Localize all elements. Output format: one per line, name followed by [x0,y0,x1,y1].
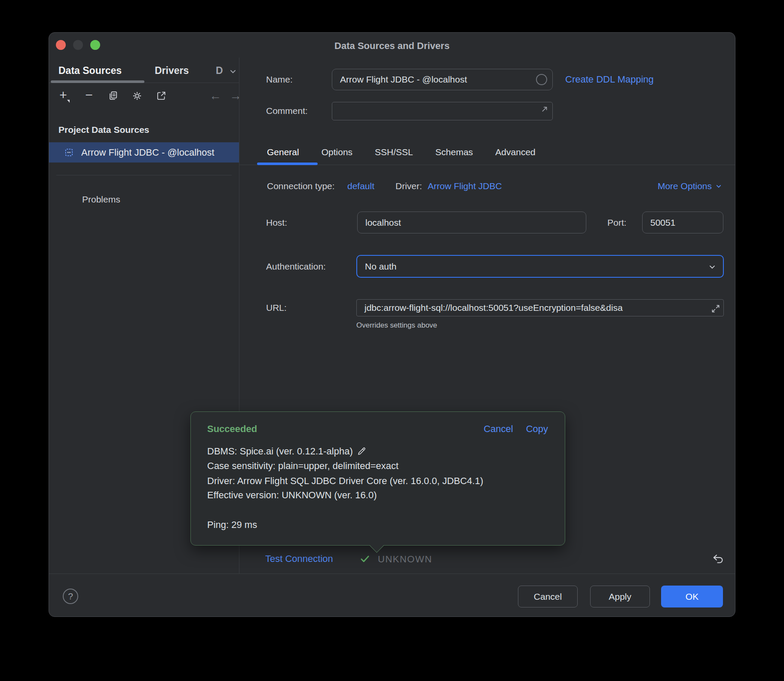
comment-label: Comment: [266,106,308,116]
url-field-value: jdbc:arrow-flight-sql://localhost:50051?… [364,303,623,313]
host-field[interactable]: localhost [357,212,586,233]
expand-comment-icon[interactable] [540,104,549,114]
host-field-value: localhost [365,218,401,228]
driver-label: Driver: [395,181,422,191]
tab-ssh-ssl[interactable]: SSH/SSL [375,147,413,157]
apply-button[interactable]: Apply [590,586,650,607]
name-field-value: Arrow Flight JDBC - @localhost [340,74,467,85]
expand-url-icon[interactable] [710,303,721,314]
data-sources-dialog: Data Sources and Drivers Data Sources Dr… [49,32,735,617]
settings-tabs: General Options SSH/SSL Schemas Advanced [267,144,536,160]
dbms-line: DBMS: Spice.ai (ver. 0.12.1-alpha) [207,446,367,457]
name-spinner-icon [536,74,547,85]
tab-options[interactable]: Options [322,147,352,157]
connection-type-label: Connection type: [267,181,335,191]
tab-general[interactable]: General [267,147,299,157]
minimize-window-button[interactable] [73,40,83,50]
driver-value-link[interactable]: Arrow Flight JDBC [428,181,502,191]
authentication-select[interactable]: No auth [356,255,724,278]
sidebar-row-divider [56,175,232,175]
data-source-list-item-selected[interactable]: Arrow Flight JDBC - @localhost [49,142,239,163]
tabs-overflow-chevron-down-icon[interactable] [228,66,238,77]
case-sensitivity-line: Case sensitivity: plain=upper, delimited… [207,460,398,472]
authentication-label: Authentication: [266,261,326,272]
tab-ddl-mappings-truncated[interactable]: D [216,63,223,78]
settings-gear-icon[interactable] [132,90,143,101]
create-ddl-mapping-link[interactable]: Create DDL Mapping [565,74,654,85]
success-check-icon [359,553,371,564]
popup-cancel-link[interactable]: Cancel [484,423,513,435]
export-icon[interactable] [156,90,167,101]
driver-line: Driver: Arrow Flight SQL JDBC Driver Cor… [207,475,483,487]
tab-drivers[interactable]: Drivers [155,63,189,78]
cancel-button[interactable]: Cancel [518,586,578,607]
connection-status-badge: UNKNOWN [378,554,432,565]
help-icon[interactable]: ? [63,589,78,604]
ping-line: Ping: 29 ms [207,519,257,531]
edit-pencil-icon[interactable] [356,446,367,457]
comment-field[interactable] [332,102,553,120]
chevron-down-icon [714,182,723,190]
status-succeeded: Succeeded [207,423,257,435]
tab-data-sources[interactable]: Data Sources [58,63,122,78]
url-field[interactable]: jdbc:arrow-flight-sql://localhost:50051?… [356,299,724,316]
port-label: Port: [607,218,626,228]
database-icon [64,147,74,157]
effective-version-line: Effective version: UNKNOWN (ver. 16.0) [207,490,377,501]
tab-advanced[interactable]: Advanced [495,147,535,157]
forward-arrow-icon[interactable]: → [228,89,243,103]
test-connection-result-popup: Succeeded Cancel Copy DBMS: Spice.ai (ve… [190,411,565,546]
close-window-button[interactable] [56,40,66,50]
test-connection-link[interactable]: Test Connection [265,553,333,564]
remove-data-source-button[interactable]: − [82,88,96,102]
ok-button[interactable]: OK [661,586,723,607]
name-label: Name: [266,74,293,85]
popup-actions: Cancel Copy [484,423,548,435]
port-field[interactable]: 50051 [642,212,723,233]
data-source-item-label: Arrow Flight JDBC - @localhost [81,142,214,163]
connection-type-value-link[interactable]: default [347,181,374,191]
tab-schemas[interactable]: Schemas [435,147,473,157]
more-options-label: More Options [658,181,712,191]
port-field-value: 50051 [650,218,675,228]
sidebar-item-problems[interactable]: Problems [82,194,120,205]
undo-icon[interactable] [712,552,725,565]
url-label: URL: [266,303,287,313]
select-chevron-down-icon [707,262,717,272]
url-hint: Overrides settings above [356,321,437,330]
active-tab-indicator [51,80,144,83]
footer-divider [49,574,735,574]
authentication-value: No auth [365,261,397,272]
popup-copy-link[interactable]: Copy [526,423,548,435]
name-field[interactable]: Arrow Flight JDBC - @localhost [332,69,553,90]
active-main-tab-indicator [257,163,318,165]
back-arrow-icon[interactable]: ← [208,89,223,103]
zoom-window-button[interactable] [90,40,100,50]
dialog-title: Data Sources and Drivers [49,40,735,52]
more-options-link[interactable]: More Options [658,181,723,191]
host-label: Host: [266,218,287,228]
add-dropdown-triangle-icon [67,100,70,103]
project-data-sources-group: Project Data Sources [58,125,149,135]
duplicate-icon[interactable] [107,90,119,101]
